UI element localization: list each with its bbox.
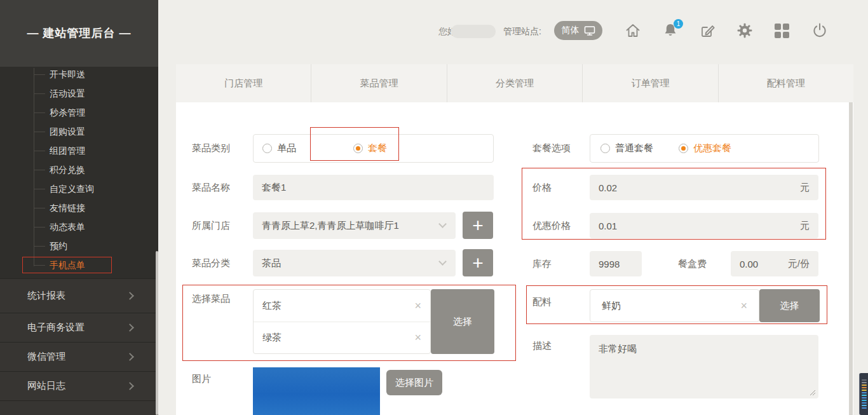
section-label: 统计报表 — [27, 290, 65, 302]
section-label: 电子商务设置 — [27, 322, 85, 334]
app-title: — 建站管理后台 — — [0, 0, 158, 67]
sidebar-item-seckill[interactable]: 秒杀管理 — [0, 103, 158, 122]
radio-label: 普通套餐 — [615, 142, 653, 154]
sidebar-scrollbar[interactable] — [156, 251, 158, 415]
select-image-label: 选择图片 — [395, 377, 433, 389]
boxfee-label: 餐盒费 — [678, 251, 707, 276]
radio-label: 套餐 — [368, 142, 387, 154]
gear-icon[interactable] — [736, 22, 754, 39]
add-class-button[interactable]: + — [463, 249, 493, 276]
chevron-right-icon — [126, 292, 134, 300]
radio-off-icon — [600, 144, 610, 153]
select-button-label: 选择 — [780, 300, 799, 312]
sidebar-item-activity[interactable]: 活动设置 — [0, 84, 158, 103]
sidebar-item-custom-query[interactable]: 自定义查询 — [0, 179, 158, 198]
sidebar-section-statistics[interactable]: 统计报表 — [0, 279, 158, 313]
power-icon[interactable] — [811, 22, 829, 39]
sidebar-item-mobile-order[interactable]: 手机点单 — [0, 255, 158, 275]
price-unit: 元 — [800, 182, 810, 194]
dish-class-value: 茶品 — [262, 257, 281, 269]
price-value: 0.02 — [599, 182, 617, 193]
dish-item-label: 绿茶 — [262, 332, 281, 344]
radio-on-icon — [679, 144, 688, 153]
sidebar-item-dynamic-form[interactable]: 动态表单 — [0, 217, 158, 236]
ingredient-input[interactable]: 鲜奶 × — [590, 289, 759, 322]
sidebar: — 建站管理后台 — 开卡即送 活动设置 秒杀管理 团购设置 组团管理 积分兑换… — [0, 0, 158, 415]
tab-dish-manage[interactable]: 菜品管理 — [311, 64, 446, 102]
monitor-icon — [584, 25, 595, 36]
dish-class-label: 菜品分类 — [192, 250, 230, 276]
dish-name-value: 套餐1 — [262, 182, 286, 194]
sidebar-section-sitelog[interactable]: 网站日志 — [0, 372, 158, 401]
meal-option-group: 普通套餐 优惠套餐 — [590, 134, 819, 163]
dish-image-thumbnail[interactable] — [253, 367, 380, 415]
sidebar-sections: 统计报表 电子商务设置 微信管理 网站日志 — [0, 278, 158, 415]
description-value: 非常好喝 — [599, 343, 637, 354]
close-icon[interactable]: × — [414, 331, 421, 344]
close-icon[interactable]: × — [414, 299, 421, 313]
dish-class-select[interactable]: 茶品 — [253, 250, 456, 276]
stock-input[interactable]: 9998 — [590, 251, 642, 276]
dish-name-label: 菜品名称 — [192, 175, 230, 200]
tab-store-manage[interactable]: 门店管理 — [176, 64, 311, 102]
store-label: 所属门店 — [192, 212, 230, 239]
select-image-button[interactable]: 选择图片 — [386, 370, 442, 395]
select-dishes-label: 选择菜品 — [192, 289, 230, 308]
chevron-down-icon — [438, 220, 447, 228]
language-label: 简体 — [562, 25, 580, 36]
edit-icon[interactable] — [698, 22, 716, 39]
language-switch-button[interactable]: 简体 — [554, 21, 602, 40]
sidebar-item-reservation[interactable]: 预约 — [0, 236, 158, 255]
description-textarea[interactable]: 非常好喝 — [590, 335, 818, 398]
bell-icon[interactable]: 1 — [661, 22, 679, 39]
price-input[interactable]: 0.02 元 — [590, 175, 818, 200]
tab-ingredient-manage[interactable]: 配料管理 — [718, 64, 853, 102]
dish-name-input[interactable]: 套餐1 — [253, 175, 494, 200]
manage-site-label: 管理站点: — [503, 26, 541, 37]
dish-item-black-tea: 红茶 × — [254, 290, 430, 322]
section-label: 网站日志 — [27, 380, 65, 392]
stock-value: 9998 — [599, 259, 620, 269]
section-label: 微信管理 — [27, 351, 65, 363]
price-label: 价格 — [532, 175, 552, 200]
radio-label: 优惠套餐 — [693, 142, 731, 154]
tab-order-manage[interactable]: 订单管理 — [582, 64, 717, 102]
discount-price-value: 0.01 — [599, 221, 617, 231]
panel-scrollbar[interactable] — [849, 102, 853, 415]
radio-discount-meal[interactable]: 优惠套餐 — [679, 142, 731, 154]
sidebar-item-points[interactable]: 积分兑换 — [0, 160, 158, 179]
add-store-button[interactable]: + — [463, 212, 493, 239]
dish-item-green-tea: 绿茶 × — [254, 322, 430, 353]
select-dishes-button[interactable]: 选择 — [431, 289, 494, 354]
sidebar-section-ecommerce[interactable]: 电子商务设置 — [0, 313, 158, 343]
screen: — 建站管理后台 — 开卡即送 活动设置 秒杀管理 团购设置 组团管理 积分兑换… — [0, 0, 868, 415]
header: 您好 管理站点: 简体 1 — [158, 0, 868, 64]
radio-label: 单品 — [277, 142, 296, 154]
discount-price-unit: 元 — [800, 220, 810, 232]
plus-icon: + — [472, 215, 484, 236]
sidebar-item-groupbuy[interactable]: 团购设置 — [0, 122, 158, 141]
chevron-right-icon — [126, 382, 134, 390]
select-ingredient-button[interactable]: 选择 — [759, 289, 820, 322]
boxfee-input[interactable]: 0.00 元/份 — [731, 251, 818, 276]
resize-handle-icon[interactable] — [810, 390, 816, 396]
tab-category-manage[interactable]: 分类管理 — [447, 64, 582, 102]
discount-price-input[interactable]: 0.01 元 — [590, 213, 818, 238]
sidebar-item-card-gift[interactable]: 开卡即送 — [0, 65, 158, 84]
radio-off-icon — [262, 144, 272, 153]
sidebar-item-group-manage[interactable]: 组团管理 — [0, 141, 158, 160]
dish-item-label: 红茶 — [262, 300, 281, 312]
ext-widget-stripes[interactable] — [859, 373, 868, 415]
radio-set-meal[interactable]: 套餐 — [353, 142, 387, 154]
notification-badge: 1 — [674, 19, 683, 29]
close-icon[interactable]: × — [740, 299, 747, 313]
home-icon[interactable] — [624, 22, 642, 39]
radio-normal-meal[interactable]: 普通套餐 — [600, 142, 653, 154]
apps-grid-icon[interactable] — [773, 22, 790, 39]
radio-single-dish[interactable]: 单品 — [262, 142, 296, 154]
store-select[interactable]: 青青原上草2,青青原上草咖啡厅1 — [253, 212, 456, 239]
username-redacted — [451, 25, 496, 38]
description-label: 描述 — [532, 336, 552, 355]
sidebar-section-wechat[interactable]: 微信管理 — [0, 343, 158, 372]
sidebar-item-links[interactable]: 友情链接 — [0, 198, 158, 217]
